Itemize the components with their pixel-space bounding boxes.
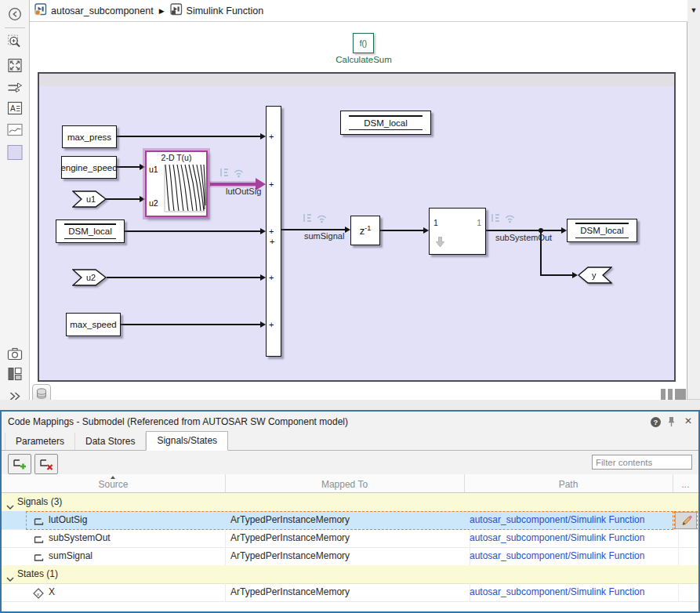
block-inport-u1[interactable]: u1 <box>72 190 107 208</box>
wire-lutoutsig-selected[interactable] <box>210 183 258 186</box>
cell-path-link[interactable]: autosar_subcomponent/Simulink Function <box>464 583 679 601</box>
block-label: DSM_local <box>580 226 624 235</box>
image-icon[interactable] <box>7 123 23 140</box>
signal-routing-icon[interactable] <box>7 82 22 97</box>
edit-mapping-button[interactable] <box>675 512 697 529</box>
column-header-mapped-to[interactable]: Mapped To <box>225 474 465 492</box>
block-engine-speed[interactable]: engine_speed <box>61 156 117 179</box>
annotation-icon[interactable]: A <box>7 101 22 118</box>
block-outport-y[interactable]: y <box>578 267 612 284</box>
wire-sumsignal[interactable] <box>281 229 346 230</box>
add-signal-icon <box>12 457 27 471</box>
table-row-x[interactable]: x X ArTypedPerInstanceMemory autosar_sub… <box>2 583 698 602</box>
lookup-port-u1: u1 <box>149 165 158 174</box>
model-icon <box>34 3 47 19</box>
dsm-top-line <box>349 115 423 117</box>
sumsignal-logging-testpoint-icons <box>303 212 329 228</box>
cell-mapped-to[interactable]: ArTypedPerInstanceMemory <box>225 547 470 565</box>
function-frame-header[interactable] <box>39 74 674 86</box>
cell-source[interactable]: lutOutSig <box>2 511 226 529</box>
dock-grip[interactable] <box>661 389 666 400</box>
pencil-icon <box>680 514 693 528</box>
tab-parameters[interactable]: Parameters <box>5 433 75 450</box>
signal-label-lutoutsig[interactable]: lutOutSig <box>226 187 261 196</box>
wire-subsystemout[interactable] <box>486 230 562 231</box>
breadcrumb-item-subsystem[interactable]: Simulink Function <box>187 5 264 16</box>
toolstrip-divider <box>5 27 25 28</box>
signal-label-sumsignal[interactable]: sumSignal <box>304 231 344 241</box>
dock-grip[interactable] <box>668 389 673 400</box>
cell-mapped-to[interactable]: ArTypedPerInstanceMemory <box>225 583 470 601</box>
lutoutsig-logging-testpoint-icons <box>219 166 246 183</box>
zoom-region-icon[interactable] <box>7 34 22 53</box>
palette-dropdown-icon[interactable]: ▼ <box>687 6 700 14</box>
f-glyph: f() <box>360 39 367 48</box>
column-header-more[interactable]: ... <box>673 474 698 492</box>
block-dsm-read[interactable]: DSM_local <box>56 219 125 243</box>
port-label: u2 <box>86 273 96 282</box>
block-inport-u2[interactable]: u2 <box>72 269 107 286</box>
block-lookup-table-selected[interactable]: 2-D T(u) u1 u2 <box>145 151 208 217</box>
remove-mapping-button[interactable] <box>34 454 58 474</box>
filter-input[interactable] <box>592 455 692 470</box>
dsm-bottom-line <box>64 238 116 240</box>
block-max-press[interactable]: max_press <box>62 125 117 148</box>
group-row-signals[interactable]: Signals (3) <box>2 493 698 512</box>
table-row-lutoutsig[interactable]: lutOutSig ArTypedPerInstanceMemory autos… <box>2 511 698 530</box>
cell-source[interactable]: x X <box>2 583 226 601</box>
library-browser-icon[interactable] <box>7 367 22 385</box>
breadcrumb-item-model[interactable]: autosar_subcomponent <box>51 5 154 16</box>
close-icon[interactable]: ✕ <box>684 415 692 426</box>
cell-source[interactable]: sumSignal <box>2 547 226 565</box>
block-subsystem[interactable]: 1 1 <box>429 208 486 255</box>
cell-path-link[interactable]: autosar_subcomponent/Simulink Function <box>464 511 679 529</box>
signal-icon <box>33 515 44 529</box>
fit-to-view-icon[interactable] <box>7 58 22 76</box>
block-max-speed[interactable]: max_speed <box>66 313 121 336</box>
cell-source[interactable]: subSystemOut <box>2 529 226 547</box>
add-mapping-button[interactable] <box>8 454 31 474</box>
back-icon[interactable] <box>8 7 22 24</box>
cell-path-link[interactable]: autosar_subcomponent/Simulink Function <box>464 547 679 565</box>
block-unit-delay[interactable]: z-1 <box>350 216 380 245</box>
database-icon <box>35 387 48 400</box>
port-label: y <box>592 270 597 280</box>
port-label: u1 <box>86 194 96 204</box>
lookup-port-u2: u2 <box>149 198 158 208</box>
pin-icon[interactable] <box>667 416 676 430</box>
wire-u2-to-sum[interactable] <box>107 277 261 278</box>
wire-branch-to-y[interactable] <box>540 274 573 276</box>
arrowhead <box>140 196 145 202</box>
help-icon[interactable]: ? <box>651 417 661 427</box>
cell-mapped-to[interactable]: ArTypedPerInstanceMemory <box>225 529 470 547</box>
dock-grip[interactable] <box>675 389 686 400</box>
signal-label-subsystemout[interactable]: subSystemOut <box>495 233 552 242</box>
block-label: max_speed <box>70 320 116 329</box>
table-row-sumsignal[interactable]: sumSignal ArTypedPerInstanceMemory autos… <box>2 547 698 566</box>
code-mappings-panel: Code Mappings - Submodel (Referenced fro… <box>0 410 700 613</box>
simulink-function-badge[interactable]: f() <box>353 33 374 53</box>
wire-delay-to-subsystem[interactable] <box>380 230 424 231</box>
tab-signals-states[interactable]: Signals/States <box>146 431 228 451</box>
wire-u1-to-lookup[interactable] <box>106 198 140 200</box>
block-dsm-memory[interactable]: DSM_local <box>340 111 431 135</box>
column-header-path[interactable]: Path <box>464 474 673 492</box>
group-row-states[interactable]: States (1) <box>2 565 698 584</box>
wire-max-press-to-sum[interactable] <box>117 136 261 137</box>
area-annotation-icon[interactable] <box>7 145 22 160</box>
breadcrumb-separator-icon: ▶ <box>158 7 166 15</box>
wire-max-speed-to-sum[interactable] <box>121 324 261 325</box>
subsystem-outport-number: 1 <box>477 218 481 227</box>
cell-path-link[interactable]: autosar_subcomponent/Simulink Function <box>464 529 679 547</box>
signal-icon <box>33 533 44 547</box>
column-header-source[interactable]: Source <box>2 474 226 492</box>
table-row-subsystemout[interactable]: subSystemOut ArTypedPerInstanceMemory au… <box>2 529 698 548</box>
wire-engine-speed-to-lookup[interactable] <box>116 166 140 168</box>
wire-dsm-read-to-sum[interactable] <box>125 230 261 232</box>
subsystemout-logging-testpoint-icons <box>491 212 517 228</box>
tab-data-stores[interactable]: Data Stores <box>75 433 146 450</box>
sum-plus: + <box>269 179 274 190</box>
cell-mapped-to[interactable]: ArTypedPerInstanceMemory <box>225 511 470 529</box>
block-dsm-write[interactable]: DSM_local <box>567 219 637 242</box>
screenshot-camera-icon[interactable] <box>7 347 23 364</box>
